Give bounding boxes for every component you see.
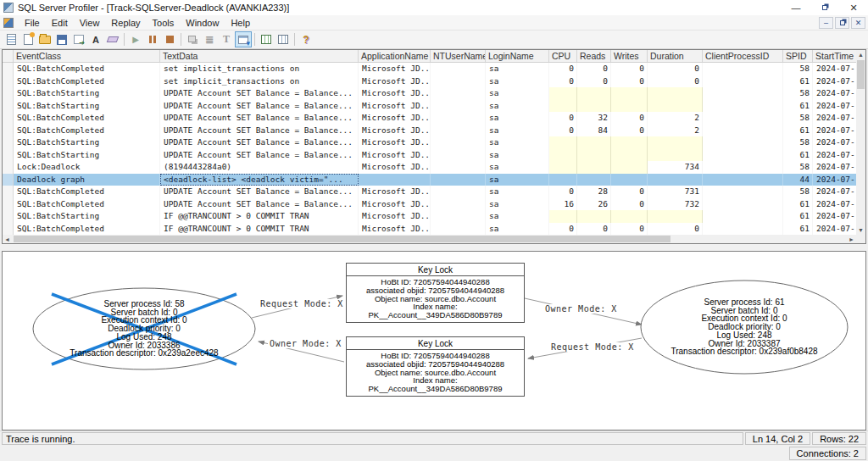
column-header-spid[interactable]: SPID <box>783 50 813 62</box>
save-trace-button[interactable] <box>53 31 70 47</box>
table-row[interactable]: SQL:BatchStartingUPDATE Account SET Bala… <box>3 87 856 100</box>
grid-gray-icon <box>278 35 288 44</box>
scroll-left-icon[interactable]: ◄ <box>3 235 12 243</box>
cell-cpid <box>703 63 783 75</box>
horizontal-scrollbar[interactable]: ◄ ► <box>3 235 856 243</box>
vertical-scroll-thumb[interactable] <box>857 60 865 89</box>
menu-replay[interactable]: Replay <box>105 16 146 30</box>
cell-reads <box>577 149 611 162</box>
pause-trace-button[interactable] <box>144 31 161 47</box>
scroll-down-icon[interactable]: ▼ <box>856 225 865 235</box>
cell-app: Microsoft JD... <box>359 198 431 211</box>
column-header-ntusername[interactable]: NTUserName <box>431 50 486 62</box>
cell-writes: 0 <box>611 186 648 198</box>
cell-writes <box>611 87 648 100</box>
column-header-loginname[interactable]: LoginName <box>486 50 549 62</box>
cell-writes <box>611 149 648 162</box>
cell-reads <box>577 161 611 174</box>
cell-text: UPDATE Account SET Balance = Balance... <box>160 125 359 137</box>
table-row[interactable]: SQL:BatchCompletedUPDATE Account SET Bal… <box>3 125 856 137</box>
open-trace-button[interactable] <box>36 31 53 47</box>
cell-reads: 0 <box>577 223 611 236</box>
clear-trace-button[interactable] <box>104 31 121 47</box>
cell-text: IF @@TRANCOUNT > 0 COMMIT TRAN <box>160 223 359 236</box>
status-bar: Trace is running. Ln 14, Col 2 Rows: 22 <box>0 430 868 446</box>
menu-window[interactable]: Window <box>180 16 225 30</box>
status-connections: Connections: 2 <box>789 447 866 460</box>
menu-edit[interactable]: Edit <box>46 16 74 30</box>
cell-spid: 61 <box>783 149 813 162</box>
cell-nt <box>431 87 486 100</box>
cell-spid: 58 <box>783 186 813 198</box>
menu-view[interactable]: View <box>74 16 106 30</box>
process-node-text-58[interactable]: Server process Id: 58 Server batch Id: 0… <box>34 300 254 358</box>
column-header-eventclass[interactable]: EventClass <box>14 50 160 62</box>
row-header <box>3 161 14 174</box>
aggregate-view-button[interactable]: ≣ <box>201 31 218 47</box>
column-header-applicationname[interactable]: ApplicationName <box>359 50 431 62</box>
table-row[interactable]: SQL:BatchStartingUPDATE Account SET Bala… <box>3 136 856 149</box>
menu-tools[interactable]: Tools <box>147 16 181 30</box>
scroll-right-icon[interactable]: ► <box>847 235 856 243</box>
process-node-text-61[interactable]: Server process Id: 61 Server batch Id: 0… <box>634 298 854 356</box>
table-row[interactable]: SQL:BatchStartingUPDATE Account SET Bala… <box>3 100 856 113</box>
find-button[interactable]: A <box>87 31 104 47</box>
mdi-close-button[interactable]: ✕ <box>851 17 865 29</box>
table-row[interactable]: SQL:BatchCompletedset implicit_transacti… <box>3 75 856 88</box>
scroll-up-icon[interactable]: ▲ <box>856 50 865 59</box>
cell-text: UPDATE Account SET Balance = Balance... <box>160 112 359 125</box>
menu-file[interactable]: File <box>19 16 46 30</box>
auto-scroll-button[interactable] <box>235 31 252 47</box>
table-row[interactable]: SQL:BatchCompletedUPDATE Account SET Bal… <box>3 198 856 211</box>
table-row[interactable]: SQL:BatchStartingIF @@TRANCOUNT > 0 COMM… <box>3 210 856 223</box>
group-view-button[interactable] <box>184 31 201 47</box>
column-header-textdata[interactable]: TextData <box>160 50 359 62</box>
new-trace-button[interactable] <box>19 31 36 47</box>
column-header-starttime[interactable]: StartTime <box>813 50 856 62</box>
menu-help[interactable]: Help <box>225 16 256 30</box>
help-button[interactable]: ? <box>298 31 314 47</box>
export-button[interactable] <box>70 31 87 47</box>
stop-trace-button[interactable] <box>161 31 178 47</box>
cell-text: UPDATE Account SET Balance = Balance... <box>160 87 359 100</box>
column-header-duration[interactable]: Duration <box>648 50 703 62</box>
table-row[interactable]: SQL:BatchCompletedUPDATE Account SET Bal… <box>3 186 856 198</box>
table-row[interactable]: Deadlock graph<deadlock-list> <deadlock … <box>3 174 856 186</box>
cell-spid: 58 <box>783 161 813 174</box>
grouped-view-button[interactable]: T <box>218 31 235 47</box>
table-row[interactable]: SQL:BatchCompletedset implicit_transacti… <box>3 63 856 75</box>
cell-reads <box>577 100 611 113</box>
trace-grid-pane: EventClassTextDataApplicationNameNTUserN… <box>2 49 866 244</box>
mdi-restore-icon <box>840 20 845 25</box>
vertical-scrollbar[interactable]: ▲ ▼ <box>856 50 865 235</box>
minimize-button[interactable]: — <box>782 0 810 15</box>
cell-nt <box>431 136 486 149</box>
extract-events-button[interactable] <box>258 31 275 47</box>
lock-node-top[interactable]: Key Lock HoBt ID: 72057594044940288 asso… <box>346 263 525 323</box>
grid-body: SQL:BatchCompletedset implicit_transacti… <box>3 63 856 235</box>
mdi-minimize-button[interactable]: – <box>819 17 833 29</box>
restore-button[interactable] <box>810 0 839 15</box>
table-row[interactable]: Lock:Deadlock(8194443284a0)Microsoft JD.… <box>3 161 856 174</box>
cell-spid: 61 <box>783 198 813 211</box>
column-header-reads[interactable]: Reads <box>577 50 611 62</box>
table-row[interactable]: SQL:BatchCompletedUPDATE Account SET Bal… <box>3 112 856 125</box>
start-trace-button[interactable]: ▶ <box>127 31 144 47</box>
cell-cpu <box>549 174 577 186</box>
lock-node-bottom[interactable]: Key Lock HoBt ID: 72057594044940288 asso… <box>346 336 525 397</box>
column-header-writes[interactable]: Writes <box>611 50 648 62</box>
table-row[interactable]: SQL:BatchCompletedIF @@TRANCOUNT > 0 COM… <box>3 223 856 236</box>
cell-nt <box>431 63 486 75</box>
horizontal-scroll-thumb[interactable] <box>14 236 670 242</box>
table-row[interactable]: SQL:BatchStartingUPDATE Account SET Bala… <box>3 149 856 162</box>
mdi-restore-button[interactable] <box>835 17 849 29</box>
cell-nt <box>431 161 486 174</box>
pane-splitter[interactable] <box>2 244 866 251</box>
cell-start: 2024-07- <box>813 210 856 223</box>
column-filter-button[interactable] <box>275 31 292 47</box>
close-button[interactable]: ✕ <box>839 0 868 15</box>
cell-login: sa <box>486 136 549 149</box>
column-header-cpu[interactable]: CPU <box>549 50 577 62</box>
trace-properties-button[interactable] <box>3 31 19 47</box>
column-header-clientprocessid[interactable]: ClientProcessID <box>703 50 783 62</box>
